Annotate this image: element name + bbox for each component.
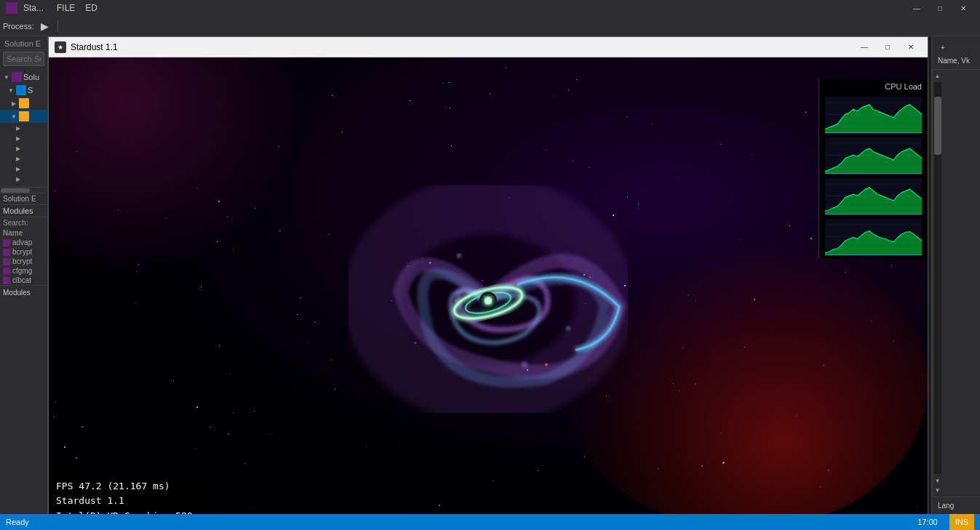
scroll-thumb[interactable] xyxy=(934,97,941,155)
sol-sub-6[interactable]: ▶ xyxy=(0,174,47,184)
scroll-more-btn[interactable]: ▼ xyxy=(934,475,941,486)
vs-toolbar: Process: ▶ xyxy=(0,16,980,36)
sidebar-scrollbar[interactable] xyxy=(0,187,47,193)
module-name-1: bcrypt xyxy=(12,248,32,256)
sol-icon-c2 xyxy=(19,111,29,121)
cpu-title: CPU Load xyxy=(819,79,928,94)
scroll-track xyxy=(934,82,941,474)
vs-statusbar: Ready 17:00 INS xyxy=(0,514,980,530)
stardust-maximize-btn[interactable]: □ xyxy=(877,40,899,55)
modules-tab[interactable]: Modules xyxy=(0,285,47,299)
toolbar-btn-1[interactable]: ▶ xyxy=(37,18,53,34)
module-icon-4 xyxy=(3,277,10,284)
modules-name-col: Name xyxy=(0,228,47,238)
sol-sub-5[interactable]: ▶ xyxy=(0,164,47,174)
stardust-titlebar: ★ Stardust 1.1 — □ ✕ xyxy=(49,37,928,57)
toolbar-sep xyxy=(57,20,58,32)
svg-point-11 xyxy=(415,342,417,344)
module-icon-3 xyxy=(3,268,10,275)
vs-scrollbar-right[interactable]: ▲ ▼ ▼ xyxy=(932,70,942,497)
cpu-graph-2 xyxy=(825,178,922,214)
sol-sub-2[interactable]: ▶ xyxy=(0,133,47,143)
search-box[interactable] xyxy=(3,52,44,66)
galaxy-container xyxy=(343,161,634,438)
module-icon-0 xyxy=(3,239,10,246)
vs-outer: Sta... FILE ED — □ ✕ Process: ▶ Solution… xyxy=(0,0,980,530)
vs-main: Solution E ▼ Solu ▼ S xyxy=(0,36,980,514)
gpu-text: Intel(R) HD Graphics 520 xyxy=(56,509,193,514)
app-name-text: Stardust 1.1 xyxy=(56,494,193,509)
scroll-down-arrow[interactable]: ▼ xyxy=(933,486,942,495)
cpu-graph-1 xyxy=(825,137,922,174)
modules-panel: Modules Search: Name advap bcrypt xyxy=(0,204,47,299)
vs-maximize-btn[interactable]: □ xyxy=(929,1,951,15)
module-item-0[interactable]: advap xyxy=(0,238,47,247)
module-name-4: clbcat xyxy=(12,276,31,284)
scroll-up-arrow[interactable]: ▲ xyxy=(933,71,942,81)
vs-logo-icon xyxy=(6,2,17,14)
stardust-title: Stardust 1.1 xyxy=(71,42,118,52)
menu-edit[interactable]: ED xyxy=(81,1,102,15)
sol-icon-1 xyxy=(12,72,22,82)
solution-explorer-title: Solution E xyxy=(0,36,47,50)
cpu-panel: CPU Load xyxy=(818,79,928,258)
process-label: Process: xyxy=(3,22,34,31)
sol-sub-3[interactable]: ▶ xyxy=(0,143,47,153)
vs-sidebar: Solution E ▼ Solu ▼ S xyxy=(0,36,48,514)
vs-menu: FILE ED xyxy=(52,1,102,15)
vs-window-controls: — □ ✕ xyxy=(906,1,974,15)
sol-item-child2[interactable]: ▼ xyxy=(0,110,47,123)
module-item-2[interactable]: bcrypt xyxy=(0,257,47,266)
right-tab-label: Name, Vk xyxy=(935,55,977,66)
sol-arrow-2: ▼ xyxy=(7,87,15,94)
overlay-info: FPS 47.2 (21.167 ms) Stardust 1.1 Intel(… xyxy=(49,473,200,514)
sol-label-1: Solu xyxy=(23,73,39,81)
modules-tab-label: Modules xyxy=(3,289,31,297)
stardust-minimize-btn[interactable]: — xyxy=(853,40,875,55)
right-btn-1[interactable]: + xyxy=(936,41,949,54)
sol-sub-1[interactable]: ▶ xyxy=(0,123,47,133)
vs-close-btn[interactable]: ✕ xyxy=(952,1,974,15)
right-toolbar: + xyxy=(935,39,977,55)
module-name-2: bcrypt xyxy=(12,257,32,265)
module-name-0: advap xyxy=(12,238,32,246)
vs-right-panel: + Name, Vk ▲ ▼ ▼ Lang xyxy=(931,36,980,514)
nebula-purple xyxy=(49,57,303,276)
cpu-graph-3 xyxy=(825,219,922,255)
module-icon-1 xyxy=(3,249,10,256)
module-item-1[interactable]: bcrypt xyxy=(0,247,47,257)
modules-search-label: Search: xyxy=(3,219,28,227)
sol-solution[interactable]: ▼ Solu xyxy=(0,71,47,84)
status-ins: INS xyxy=(949,514,974,530)
sol-label-2: S xyxy=(28,86,33,95)
stardust-close-btn[interactable]: ✕ xyxy=(900,40,922,55)
sol-icon-c1 xyxy=(19,98,29,108)
module-item-3[interactable]: cfgmg xyxy=(0,266,47,276)
svg-point-14 xyxy=(566,326,570,331)
sol-arrow-1: ▼ xyxy=(3,73,10,81)
svg-point-12 xyxy=(457,254,461,258)
vs-title: Sta... xyxy=(23,3,44,13)
cpu-graph-0 xyxy=(825,97,922,133)
svg-point-8 xyxy=(545,364,548,366)
stardust-controls: — □ ✕ xyxy=(853,40,922,55)
vs-content: ★ Stardust 1.1 — □ ✕ xyxy=(48,36,931,514)
sol-explorer-tab[interactable]: Solution E xyxy=(3,195,36,203)
sol-arrow-c1: ▶ xyxy=(10,100,17,107)
modules-search-row: Search: xyxy=(0,217,47,228)
module-name-3: cfgmg xyxy=(12,267,32,275)
sol-item-child1[interactable]: ▶ xyxy=(0,97,47,110)
sol-project[interactable]: ▼ S xyxy=(0,84,47,97)
search-input[interactable] xyxy=(7,55,41,63)
sol-bottom-tabs: Solution E xyxy=(0,193,47,204)
menu-file[interactable]: FILE xyxy=(52,1,79,15)
svg-point-9 xyxy=(429,262,431,264)
scroll-more-icon: ▼ xyxy=(935,478,941,484)
stardust-window: ★ Stardust 1.1 — □ ✕ xyxy=(48,36,928,514)
vs-minimize-btn[interactable]: — xyxy=(906,1,928,15)
module-item-4[interactable]: clbcat xyxy=(0,276,47,285)
modules-list: advap bcrypt bcrypt cfgmg xyxy=(0,238,47,285)
sol-sub-4[interactable]: ▶ xyxy=(0,153,47,164)
lang-section: Lang xyxy=(932,497,980,514)
sidebar-panel: Solution E ▼ Solu ▼ S xyxy=(0,36,47,514)
